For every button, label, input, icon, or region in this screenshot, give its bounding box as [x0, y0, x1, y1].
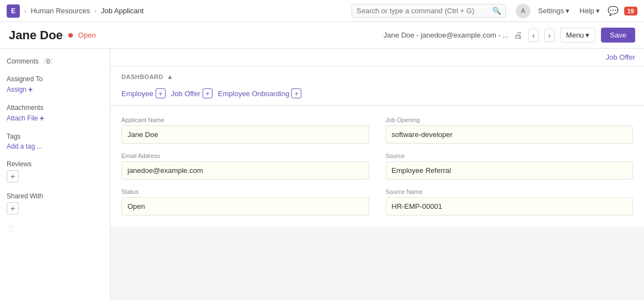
job-offer-plus-icon[interactable]: +: [203, 88, 212, 98]
sidebar: Comments 0 Assigned To Assign + Attachme…: [0, 49, 110, 300]
menu-button[interactable]: Menu ▾: [560, 28, 596, 43]
source-name-label: Source Name: [386, 188, 634, 195]
job-opening-input[interactable]: [386, 125, 634, 144]
breadcrumb-human-resources[interactable]: Human Resources: [31, 7, 91, 15]
settings-label: Settings: [538, 7, 564, 15]
comments-section: Comments 0: [7, 57, 103, 65]
status-dot: [68, 33, 73, 38]
source-name-input[interactable]: [386, 197, 634, 215]
tags-label: Tags: [7, 133, 103, 140]
shared-with-label: Shared With: [7, 192, 103, 200]
settings-button[interactable]: Settings ▾: [536, 6, 572, 16]
status-label: Status: [121, 188, 369, 195]
job-offer-link-label: Job Offer: [171, 90, 200, 98]
dashboard-links: Employee + Job Offer + Employee Onboardi…: [121, 88, 633, 98]
form-section: Applicant Name Job Opening Email Address…: [110, 106, 644, 227]
reviews-add-button[interactable]: +: [7, 170, 19, 182]
navbar-actions: A Settings ▾ Help ▾ 💬 19: [516, 4, 637, 18]
comments-count: 0: [44, 58, 52, 65]
job-opening-field: Job Opening: [386, 117, 634, 144]
dashboard-link-job-offer[interactable]: Job Offer +: [171, 88, 212, 98]
breadcrumb-chevron-2: ›: [94, 8, 97, 14]
dashboard-label: DASHBOARD: [121, 73, 163, 80]
source-name-field: Source Name: [386, 188, 634, 215]
search-bar[interactable]: 🔍: [352, 4, 506, 18]
email-input[interactable]: [121, 161, 369, 180]
dashboard-link-employee-onboarding[interactable]: Employee Onboarding +: [218, 88, 301, 98]
reviews-section: Reviews +: [7, 160, 103, 182]
comments-label: Comments 0: [7, 57, 103, 65]
employee-onboarding-link-label: Employee Onboarding: [218, 90, 289, 98]
save-button[interactable]: Save: [601, 28, 635, 43]
chat-icon[interactable]: 💬: [608, 6, 619, 16]
page-title: Jane Doe: [9, 28, 63, 43]
page-header-right: Jane Doe - janedoe@example.com - ... 🖨 ‹…: [384, 28, 635, 43]
employee-plus-icon[interactable]: +: [156, 88, 166, 98]
applicant-name-label: Applicant Name: [121, 117, 369, 123]
content-area: Job Offer DASHBOARD ▲ Employee + Job Off…: [110, 49, 644, 300]
reviews-label: Reviews: [7, 160, 103, 168]
menu-label: Menu: [566, 31, 584, 39]
app-icon: E: [7, 4, 20, 18]
prev-button[interactable]: ‹: [528, 29, 539, 42]
source-label: Source: [386, 152, 634, 159]
add-tag-button[interactable]: Add a tag ...: [7, 143, 103, 150]
form-grid: Applicant Name Job Opening Email Address…: [121, 117, 633, 215]
search-icon: 🔍: [492, 7, 501, 15]
navbar: E › Human Resources › Job Applicant 🔍 A …: [0, 0, 644, 22]
breadcrumb-job-applicant: Job Applicant: [101, 7, 143, 15]
email-field: Email Address: [121, 152, 369, 180]
attach-file-button[interactable]: Attach File +: [7, 114, 103, 123]
attachments-label: Attachments: [7, 104, 103, 112]
status-field: Status: [121, 188, 369, 215]
header-info: Jane Doe - janedoe@example.com - ...: [384, 31, 508, 39]
heart-icon[interactable]: ♡: [7, 224, 103, 235]
tags-section: Tags Add a tag ...: [7, 133, 103, 150]
shared-with-section: Shared With +: [7, 192, 103, 214]
dashboard-section: DASHBOARD ▲ Employee + Job Offer + Emplo…: [110, 66, 644, 106]
dashboard-chevron-icon: ▲: [167, 73, 173, 81]
help-button[interactable]: Help ▾: [577, 6, 602, 16]
help-label: Help: [579, 7, 594, 15]
shared-with-add-button[interactable]: +: [7, 202, 19, 214]
avatar: A: [516, 4, 530, 18]
status-badge: Open: [78, 31, 96, 39]
print-icon[interactable]: 🖨: [514, 30, 523, 40]
employee-link-label: Employee: [121, 90, 153, 98]
job-offer-link[interactable]: Job Offer: [606, 53, 635, 61]
attachments-section: Attachments Attach File +: [7, 104, 103, 123]
email-label: Email Address: [121, 152, 369, 159]
next-button[interactable]: ›: [544, 29, 555, 42]
breadcrumb-chevron-1: ›: [24, 8, 26, 14]
assign-plus-icon: +: [28, 85, 33, 94]
notification-badge[interactable]: 19: [624, 7, 637, 15]
page-header: Jane Doe Open Jane Doe - janedoe@example…: [0, 22, 644, 49]
applicant-name-input[interactable]: [121, 125, 369, 144]
applicant-name-field: Applicant Name: [121, 117, 369, 144]
help-chevron-icon: ▾: [596, 7, 600, 15]
attach-plus-icon: +: [40, 114, 44, 123]
main-layout: Comments 0 Assigned To Assign + Attachme…: [0, 49, 644, 300]
menu-chevron-icon: ▾: [586, 31, 589, 39]
search-input[interactable]: [356, 7, 489, 15]
source-field: Source: [386, 152, 634, 180]
assigned-to-section: Assigned To Assign +: [7, 75, 103, 94]
assigned-to-label: Assigned To: [7, 75, 103, 83]
dashboard-header[interactable]: DASHBOARD ▲: [121, 73, 633, 81]
employee-onboarding-plus-icon[interactable]: +: [291, 88, 301, 98]
job-offer-bar: Job Offer: [110, 49, 644, 66]
source-input[interactable]: [386, 161, 634, 180]
status-input[interactable]: [121, 197, 369, 215]
dashboard-link-employee[interactable]: Employee +: [121, 88, 166, 98]
assign-button[interactable]: Assign +: [7, 85, 103, 94]
job-opening-label: Job Opening: [386, 117, 634, 123]
settings-chevron-icon: ▾: [566, 7, 570, 15]
